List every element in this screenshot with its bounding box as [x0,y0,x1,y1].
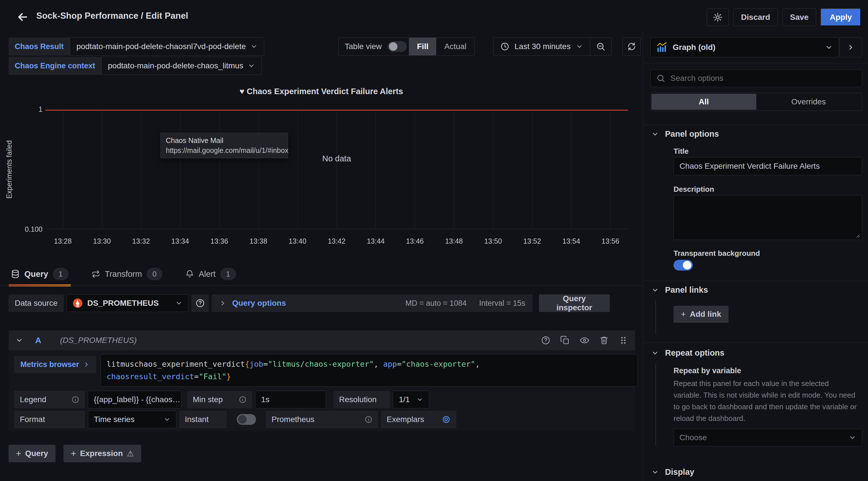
resolution-value: 1/1 [399,395,410,404]
time-range-picker[interactable]: Last 30 minutes [494,38,590,55]
gridline [102,110,102,229]
resolution-select[interactable]: 1/1 [393,391,429,409]
visualization-select[interactable]: Graph (old) [650,37,839,57]
tab-transform[interactable]: Transform 0 [89,265,165,287]
collapse-options-button[interactable] [839,37,862,57]
drag-handle-icon[interactable] [619,335,628,345]
query-inspector-button[interactable]: Query inspector [539,294,610,312]
tab-all[interactable]: All [651,94,756,110]
graph-panel-icon [656,42,668,53]
format-field: Format [14,411,85,428]
panel-options-section-header[interactable]: Panel options [651,129,719,139]
panel-header: ♥ Chaos Experiment Verdict Failure Alert… [0,87,643,96]
panel-links-section-header[interactable]: Panel links [651,285,708,295]
chevron-down-icon [651,469,659,476]
metrics-browser-label: Metrics browser [21,360,79,369]
refresh-button[interactable] [622,37,641,56]
table-view-toggle[interactable] [388,41,407,52]
save-button[interactable]: Save [782,8,816,26]
format-select[interactable]: Time series [88,411,176,428]
chevron-right-icon [219,300,226,307]
apply-button[interactable]: Apply [821,8,861,26]
prometheus-icon [72,298,83,308]
chevron-down-icon [15,336,23,344]
back-button[interactable] [14,8,31,26]
metrics-browser-button[interactable]: Metrics browser [14,356,96,373]
add-expression-label: Expression [80,449,123,458]
min-step-value: 1s [261,395,270,404]
plus-icon: + [71,448,76,459]
zoom-out-button[interactable] [590,38,612,55]
panel-title-input[interactable] [674,157,862,175]
y-axis-tick-top: 1 [8,105,42,114]
tab-count-badge: 1 [220,268,236,280]
display-section-header[interactable]: Display [651,468,694,477]
panel-description-textarea[interactable] [674,195,862,240]
tab-alert[interactable]: Alert 1 [183,265,239,287]
query-options-bar[interactable]: Query options MD = auto = 1084 Interval … [212,294,533,312]
tab-count-badge: 0 [147,268,162,280]
instant-field: Instant [179,411,227,428]
min-step-label: Min step [193,395,223,404]
format-label: Format [20,415,45,424]
gridline [141,110,142,229]
promql-line-2: chaosresult_verdict="Fail"} [106,370,632,383]
variable-value-dropdown[interactable]: podtato-main-pod-delete-chaos_litmus [101,57,262,75]
page-title: Sock-Shop Performance / Edit Panel [36,11,188,21]
help-icon [195,298,205,308]
chevron-down-icon [248,62,255,69]
toggle-visibility-icon[interactable] [580,335,590,345]
section-title: Panel links [665,285,708,295]
min-step-input[interactable]: 1s [255,391,326,409]
tooltip-title: Chaos Native Mail [166,137,283,145]
repeat-options-section-header[interactable]: Repeat options [651,348,724,358]
add-query-button[interactable]: + Query [8,445,56,462]
fill-option[interactable]: Fill [409,38,436,55]
variable-value: podtato-main-pod-delete-chaosnl7vd-pod-d… [76,42,246,51]
chevron-down-icon [825,43,833,51]
chevron-down-icon [576,43,583,50]
tab-query[interactable]: Query 1 [8,265,71,287]
arrow-left-icon [16,10,29,24]
actual-option[interactable]: Actual [436,38,474,55]
exemplars-field: Exemplars [381,411,456,428]
legend-input[interactable]: {{app_label}} - {{chaos… [88,391,181,409]
divider [643,125,868,125]
delete-query-icon[interactable] [599,335,609,345]
add-expression-button[interactable]: + Expression ⚠ [63,445,142,462]
chevron-down-icon [250,43,258,50]
data-source-row: Data source DS_PROMETHEUS Query options … [8,294,610,312]
tab-count-badge: 1 [53,268,69,280]
panel-settings-button[interactable] [707,8,729,26]
tab-overrides[interactable]: Overrides [756,94,861,110]
gridline [219,110,220,229]
data-source-help-button[interactable] [191,294,209,312]
instant-toggle[interactable] [237,414,256,425]
add-link-button[interactable]: + Add link [674,306,728,323]
discard-button[interactable]: Discard [733,8,778,26]
variable-value-dropdown[interactable]: podtato-main-pod-delete-chaosnl7vd-pod-d… [70,37,265,56]
x-axis-tick: 13:50 [484,237,502,245]
query-help-icon[interactable] [541,335,551,345]
exemplars-label: Exemplars [387,415,424,424]
section-title: Panel options [665,129,719,139]
search-options-input[interactable] [671,70,856,86]
y-axis-label: Experiments failed [5,90,13,249]
repeat-variable-select[interactable]: Choose [674,429,862,446]
duplicate-query-icon[interactable] [560,335,570,345]
resize-handle-icon [854,232,860,238]
promql-line-1: litmuschaos_experiment_verdict{job="litm… [106,358,632,370]
query-row-header[interactable]: A (DS_PROMETHEUS) [8,330,635,350]
chart-plot-area[interactable]: No data Chaos Native Mail https://mail.g… [45,110,628,229]
search-options-box [650,69,862,87]
instant-toggle-box [229,411,263,428]
transparent-background-toggle[interactable] [674,260,693,271]
transparent-background-label: Transparent background [674,249,760,258]
format-value: Time series [94,415,135,424]
prometheus-type-label: Prometheus [272,415,314,424]
promql-editor[interactable]: litmuschaos_experiment_verdict{job="litm… [101,354,638,387]
min-step-field: Min step [187,391,252,409]
x-axis-labels: 13:2813:3013:3213:3413:3613:3813:4013:42… [45,237,628,247]
toggle-knob [389,42,397,51]
data-source-picker[interactable]: DS_PROMETHEUS [67,294,188,312]
